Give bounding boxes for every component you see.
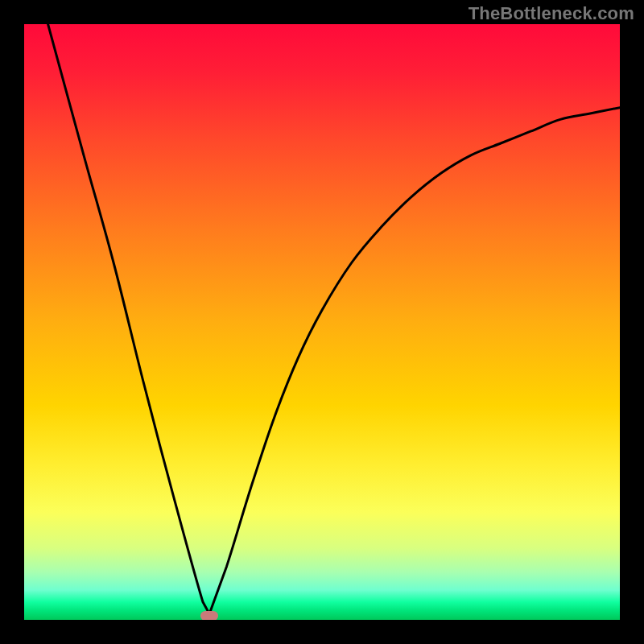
curve-path xyxy=(48,24,620,614)
chart-frame: TheBottleneck.com xyxy=(0,0,644,644)
watermark-text: TheBottleneck.com xyxy=(469,3,634,24)
bottleneck-curve xyxy=(24,24,620,620)
plot-area xyxy=(24,24,620,620)
minimum-marker xyxy=(200,611,218,620)
